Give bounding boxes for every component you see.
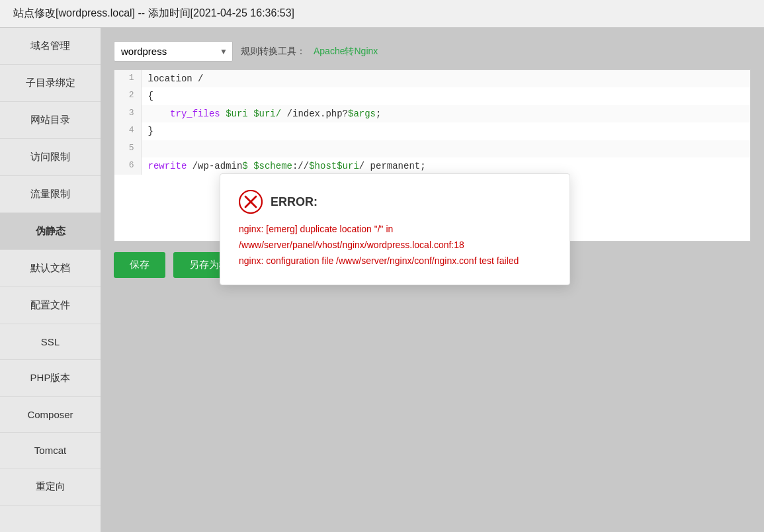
sidebar-item-access[interactable]: 访问限制 — [0, 139, 101, 176]
line-code: } — [141, 122, 750, 140]
sidebar-item-php[interactable]: PHP版本 — [0, 360, 101, 397]
content-area: wordpress ▼ 规则转换工具： Apache转Nginx 1locati… — [101, 28, 764, 532]
table-row: 6rewrite /wp-admin$ $scheme://$host$uri/… — [114, 157, 750, 175]
line-number: 2 — [114, 87, 141, 105]
table-row: 5 — [114, 140, 750, 157]
line-number: 6 — [114, 157, 141, 175]
title-bar: 站点修改[wordpress.local] -- 添加时间[2021-04-25… — [0, 0, 764, 28]
error-message-line2: nginx: configuration file /www/server/ng… — [239, 253, 551, 269]
title-text: 站点修改[wordpress.local] -- 添加时间[2021-04-25… — [13, 7, 294, 19]
table-row: 2{ — [114, 87, 750, 105]
error-dialog: ERROR: nginx: [emerg] duplicate location… — [220, 173, 570, 285]
line-number: 3 — [114, 105, 141, 122]
line-code: location / — [141, 70, 750, 87]
line-number: 4 — [114, 122, 141, 140]
table-row: 1location / — [114, 70, 750, 87]
error-title: ERROR: — [271, 195, 318, 209]
sidebar-item-traffic[interactable]: 流量限制 — [0, 176, 101, 213]
line-code: rewrite /wp-admin$ $scheme://$host$uri/ … — [141, 157, 750, 175]
save-button[interactable]: 保存 — [114, 252, 165, 278]
error-header: ERROR: — [239, 190, 551, 214]
table-row: 3 try_files $uri $uri/ /index.php?$args; — [114, 105, 750, 122]
line-number: 1 — [114, 70, 141, 87]
line-code: try_files $uri $uri/ /index.php?$args; — [141, 105, 750, 122]
sidebar-item-ssl[interactable]: SSL — [0, 324, 101, 360]
code-table: 1location /2{3 try_files $uri $uri/ /ind… — [114, 70, 750, 175]
apache-to-nginx-link[interactable]: Apache转Nginx — [314, 46, 378, 58]
error-body: nginx: [emerg] duplicate location "/" in… — [239, 222, 551, 269]
toolbar: wordpress ▼ 规则转换工具： Apache转Nginx — [114, 41, 751, 62]
sidebar-item-domain[interactable]: 域名管理 — [0, 28, 101, 65]
line-number: 5 — [114, 140, 141, 157]
sidebar-item-config[interactable]: 配置文件 — [0, 287, 101, 324]
sidebar-item-redirect[interactable]: 重定向 — [0, 468, 101, 506]
line-code — [141, 140, 750, 157]
site-select[interactable]: wordpress — [114, 41, 233, 62]
site-select-wrapper: wordpress ▼ — [114, 41, 233, 62]
table-row: 4} — [114, 122, 750, 140]
sidebar-item-pseudo[interactable]: 伪静态 — [0, 213, 101, 250]
error-message-line1: nginx: [emerg] duplicate location "/" in… — [239, 222, 551, 253]
main-layout: 域名管理子目录绑定网站目录访问限制流量限制伪静态默认文档配置文件SSLPHP版本… — [0, 28, 764, 532]
sidebar: 域名管理子目录绑定网站目录访问限制流量限制伪静态默认文档配置文件SSLPHP版本… — [0, 28, 101, 532]
sidebar-item-composer[interactable]: Composer — [0, 397, 101, 433]
line-code: { — [141, 87, 750, 105]
sidebar-item-default-doc[interactable]: 默认文档 — [0, 250, 101, 287]
rule-label: 规则转换工具： — [241, 46, 306, 58]
error-icon — [239, 190, 263, 214]
sidebar-item-subdir[interactable]: 子目录绑定 — [0, 65, 101, 102]
sidebar-item-tomcat[interactable]: Tomcat — [0, 433, 101, 468]
sidebar-item-webdir[interactable]: 网站目录 — [0, 102, 101, 139]
